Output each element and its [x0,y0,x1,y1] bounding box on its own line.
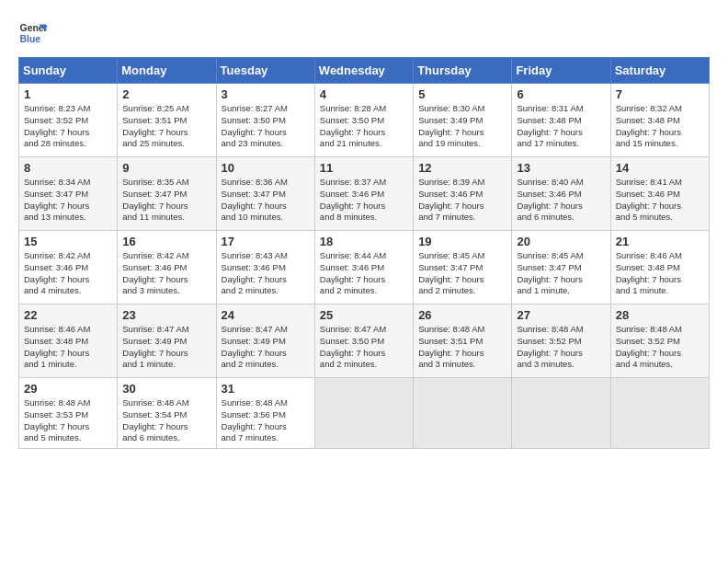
sunset-text: Sunset: 3:49 PM [418,115,506,127]
calendar-day-cell: 12Sunrise: 8:39 AMSunset: 3:46 PMDayligh… [414,157,512,231]
sunrise-text: Sunrise: 8:28 AM [320,103,408,115]
calendar-day-cell: 17Sunrise: 8:43 AMSunset: 3:46 PMDayligh… [216,231,314,304]
sunrise-text: Sunrise: 8:45 AM [418,250,506,262]
calendar-week-row: 22Sunrise: 8:46 AMSunset: 3:48 PMDayligh… [19,304,710,378]
day-number: 22 [24,308,112,322]
daylight-text: Daylight: 7 hours [616,274,704,286]
daylight-text: and 13 minutes. [24,212,112,224]
daylight-text: Daylight: 7 hours [222,421,310,433]
sunrise-text: Sunrise: 8:37 AM [320,177,408,189]
sunrise-text: Sunrise: 8:23 AM [24,103,112,115]
day-number: 13 [517,161,605,175]
daylight-text: and 2 minutes. [320,285,408,297]
sunrise-text: Sunrise: 8:42 AM [24,250,112,262]
daylight-text: Daylight: 7 hours [517,348,605,360]
logo-icon: General Blue [18,18,48,48]
calendar-day-cell [610,378,709,449]
sunset-text: Sunset: 3:50 PM [320,336,408,348]
day-number: 8 [24,161,112,175]
daylight-text: and 3 minutes. [517,359,605,371]
sunrise-text: Sunrise: 8:46 AM [616,250,704,262]
calendar-week-row: 1Sunrise: 8:23 AMSunset: 3:52 PMDaylight… [19,84,710,157]
calendar-day-cell: 30Sunrise: 8:48 AMSunset: 3:54 PMDayligh… [118,378,216,449]
day-header-thursday: Thursday [414,58,512,84]
daylight-text: Daylight: 7 hours [320,127,408,139]
calendar-day-cell: 24Sunrise: 8:47 AMSunset: 3:49 PMDayligh… [216,304,314,378]
sunset-text: Sunset: 3:52 PM [517,336,605,348]
day-number: 5 [418,87,506,101]
calendar-header-row: SundayMondayTuesdayWednesdayThursdayFrid… [19,58,710,84]
sunrise-text: Sunrise: 8:36 AM [222,177,310,189]
sunrise-text: Sunrise: 8:46 AM [24,324,112,336]
day-number: 18 [320,235,408,248]
day-number: 27 [517,308,605,322]
day-number: 21 [616,235,704,248]
daylight-text: Daylight: 7 hours [222,127,310,139]
day-header-friday: Friday [512,58,610,84]
calendar-day-cell: 14Sunrise: 8:41 AMSunset: 3:46 PMDayligh… [610,157,709,231]
calendar-day-cell: 27Sunrise: 8:48 AMSunset: 3:52 PMDayligh… [512,304,610,378]
daylight-text: Daylight: 7 hours [122,127,210,139]
daylight-text: Daylight: 7 hours [122,201,210,213]
calendar-day-cell: 21Sunrise: 8:46 AMSunset: 3:48 PMDayligh… [610,231,709,304]
calendar-day-cell: 8Sunrise: 8:34 AMSunset: 3:47 PMDaylight… [19,157,118,231]
sunset-text: Sunset: 3:46 PM [320,189,408,201]
daylight-text: Daylight: 7 hours [418,127,506,139]
calendar-day-cell: 23Sunrise: 8:47 AMSunset: 3:49 PMDayligh… [118,304,216,378]
day-header-tuesday: Tuesday [216,58,314,84]
day-number: 11 [320,161,408,175]
daylight-text: and 28 minutes. [24,138,112,150]
daylight-text: Daylight: 7 hours [24,421,112,433]
day-number: 10 [222,161,310,175]
calendar-day-cell: 20Sunrise: 8:45 AMSunset: 3:47 PMDayligh… [512,231,610,304]
sunset-text: Sunset: 3:46 PM [616,189,704,201]
calendar-day-cell: 26Sunrise: 8:48 AMSunset: 3:51 PMDayligh… [414,304,512,378]
day-header-monday: Monday [118,58,216,84]
daylight-text: and 17 minutes. [517,138,605,150]
daylight-text: and 8 minutes. [320,212,408,224]
sunset-text: Sunset: 3:50 PM [320,115,408,127]
day-number: 7 [616,87,704,101]
daylight-text: and 25 minutes. [122,138,210,150]
calendar-day-cell: 28Sunrise: 8:48 AMSunset: 3:52 PMDayligh… [610,304,709,378]
daylight-text: Daylight: 7 hours [616,348,704,360]
day-number: 25 [320,308,408,322]
sunrise-text: Sunrise: 8:39 AM [418,177,506,189]
day-number: 15 [24,235,112,248]
daylight-text: and 21 minutes. [320,138,408,150]
sunset-text: Sunset: 3:56 PM [222,409,310,421]
sunset-text: Sunset: 3:50 PM [222,115,310,127]
sunrise-text: Sunrise: 8:35 AM [122,177,210,189]
day-number: 17 [222,235,310,248]
daylight-text: and 11 minutes. [122,212,210,224]
sunrise-text: Sunrise: 8:25 AM [122,103,210,115]
sunset-text: Sunset: 3:46 PM [122,262,210,274]
sunrise-text: Sunrise: 8:30 AM [418,103,506,115]
daylight-text: and 4 minutes. [616,359,704,371]
day-number: 24 [222,308,310,322]
daylight-text: Daylight: 7 hours [616,201,704,213]
day-number: 30 [122,382,210,396]
calendar-day-cell: 6Sunrise: 8:31 AMSunset: 3:48 PMDaylight… [512,84,610,157]
calendar-day-cell: 19Sunrise: 8:45 AMSunset: 3:47 PMDayligh… [414,231,512,304]
daylight-text: Daylight: 7 hours [517,127,605,139]
sunset-text: Sunset: 3:47 PM [122,189,210,201]
calendar-day-cell: 7Sunrise: 8:32 AMSunset: 3:48 PMDaylight… [610,84,709,157]
daylight-text: and 1 minute. [616,285,704,297]
sunset-text: Sunset: 3:54 PM [122,409,210,421]
sunset-text: Sunset: 3:52 PM [616,336,704,348]
daylight-text: Daylight: 7 hours [418,348,506,360]
sunset-text: Sunset: 3:46 PM [418,189,506,201]
day-number: 4 [320,87,408,101]
sunset-text: Sunset: 3:46 PM [222,262,310,274]
sunrise-text: Sunrise: 8:44 AM [320,250,408,262]
sunset-text: Sunset: 3:46 PM [24,262,112,274]
daylight-text: and 6 minutes. [517,212,605,224]
sunrise-text: Sunrise: 8:42 AM [122,250,210,262]
calendar-day-cell: 9Sunrise: 8:35 AMSunset: 3:47 PMDaylight… [118,157,216,231]
sunset-text: Sunset: 3:52 PM [24,115,112,127]
sunrise-text: Sunrise: 8:43 AM [222,250,310,262]
day-number: 19 [418,235,506,248]
daylight-text: Daylight: 7 hours [24,201,112,213]
sunset-text: Sunset: 3:48 PM [616,262,704,274]
